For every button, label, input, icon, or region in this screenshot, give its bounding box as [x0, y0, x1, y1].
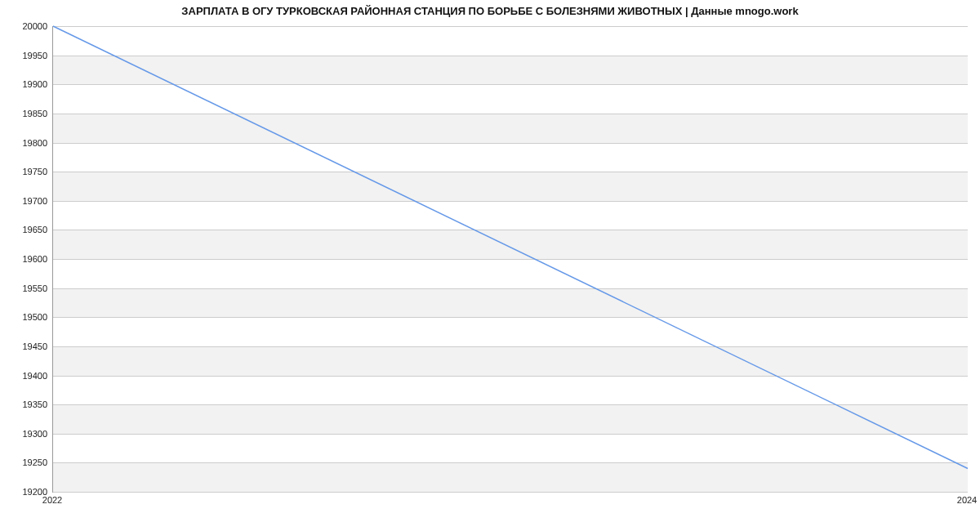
y-tick-label: 19400: [7, 371, 47, 381]
y-tick-label: 19850: [7, 109, 47, 118]
y-tick-label: 19200: [7, 487, 47, 497]
y-tick-label: 19900: [7, 79, 47, 89]
x-tick-label: 2022: [42, 495, 62, 505]
plot-area: [52, 26, 968, 493]
y-tick-label: 19550: [7, 283, 47, 293]
salary-chart: ЗАРПЛАТА В ОГУ ТУРКОВСКАЯ РАЙОННАЯ СТАНЦ…: [0, 0, 980, 531]
y-tick-label: 19750: [7, 167, 47, 176]
y-tick-label: 19250: [7, 457, 47, 467]
y-tick-label: 19350: [7, 399, 47, 409]
y-tick-label: 20000: [7, 21, 47, 31]
y-tick-label: 19700: [7, 196, 47, 206]
y-tick-label: 19950: [7, 51, 47, 60]
line-series: [53, 26, 968, 492]
series-path: [53, 26, 968, 469]
y-tick-label: 19300: [7, 429, 47, 439]
y-tick-label: 19800: [7, 138, 47, 148]
gridline: [53, 492, 968, 493]
y-tick-label: 19450: [7, 341, 47, 351]
y-tick-label: 19600: [7, 254, 47, 264]
chart-title: ЗАРПЛАТА В ОГУ ТУРКОВСКАЯ РАЙОННАЯ СТАНЦ…: [0, 5, 980, 17]
y-tick-label: 19650: [7, 225, 47, 234]
y-tick-label: 19500: [7, 312, 47, 322]
x-tick-label: 2024: [957, 495, 977, 505]
